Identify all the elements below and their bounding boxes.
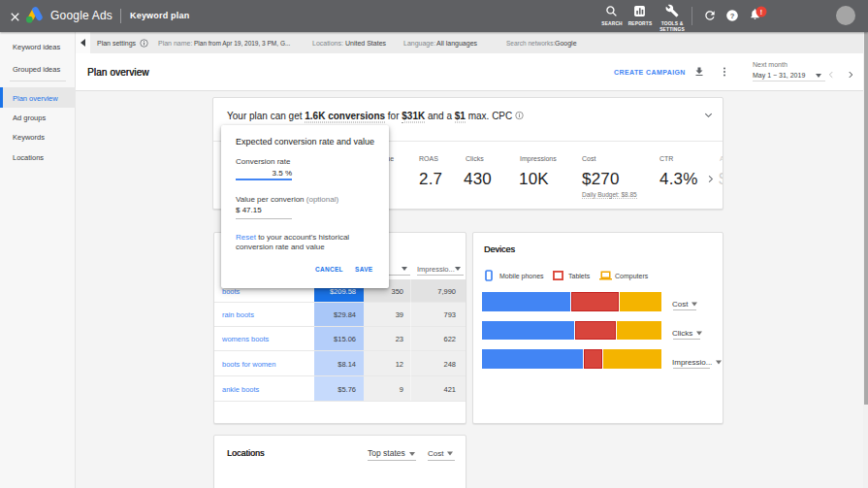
svg-text:!: !	[760, 9, 762, 16]
svg-text:?: ?	[730, 12, 735, 20]
